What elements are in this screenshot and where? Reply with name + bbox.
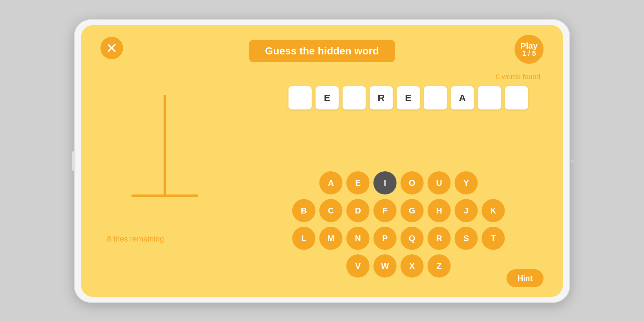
key-z[interactable]: Z	[428, 254, 451, 278]
word-tile-5	[424, 86, 447, 109]
key-o[interactable]: O	[401, 171, 424, 194]
key-b[interactable]: B	[292, 199, 316, 222]
key-x[interactable]: X	[401, 254, 424, 278]
key-k[interactable]: K	[482, 199, 505, 222]
word-tile-0	[289, 86, 312, 109]
words-found: 0 words found	[496, 73, 540, 81]
key-j[interactable]: J	[455, 199, 478, 222]
word-tile-7	[478, 86, 501, 109]
keyboard-area: AEIOUYBCDFGHJKLMNPQRSTVWXZ	[292, 171, 505, 278]
key-s[interactable]: S	[455, 227, 478, 250]
key-r[interactable]: R	[428, 227, 451, 250]
home-indicator	[571, 160, 574, 162]
word-tile-6: A	[451, 86, 474, 109]
title-text: Guess the hidden word	[265, 45, 379, 57]
key-l[interactable]: L	[292, 227, 316, 250]
key-d[interactable]: D	[346, 199, 370, 222]
title-banner: Guess the hidden word	[249, 40, 395, 62]
word-tile-4: E	[397, 86, 420, 109]
word-tile-2	[343, 86, 366, 109]
keyboard-row2: BCDFGHJK	[292, 199, 505, 222]
key-g[interactable]: G	[401, 199, 424, 222]
tablet-screen: Guess the hidden word Play 1 / 5 0 words…	[81, 25, 563, 297]
keyboard-row3: LMNPQRST	[292, 227, 505, 250]
key-f[interactable]: F	[374, 199, 397, 222]
key-v[interactable]: V	[346, 254, 370, 278]
key-q[interactable]: Q	[401, 227, 424, 250]
keyboard-row1: AEIOUY	[292, 171, 505, 194]
hangman-area	[113, 90, 236, 225]
word-tile-1: E	[316, 86, 339, 109]
close-button[interactable]	[100, 37, 123, 59]
key-m[interactable]: M	[319, 227, 343, 250]
word-tile-8	[505, 86, 528, 109]
key-n[interactable]: N	[346, 227, 370, 250]
key-u[interactable]: U	[428, 171, 451, 194]
play-count: 1 / 5	[522, 50, 536, 57]
word-tiles-container: EREA	[289, 86, 528, 109]
key-a[interactable]: A	[319, 171, 343, 194]
hint-button[interactable]: Hint	[507, 269, 544, 287]
key-w[interactable]: W	[374, 254, 397, 278]
key-y[interactable]: Y	[455, 171, 478, 194]
key-t[interactable]: T	[482, 227, 505, 250]
key-p[interactable]: P	[374, 227, 397, 250]
keyboard-row4: VWXZ	[292, 254, 505, 278]
key-c[interactable]: C	[319, 199, 343, 222]
tablet-frame: Guess the hidden word Play 1 / 5 0 words…	[74, 19, 570, 303]
key-e[interactable]: E	[346, 171, 370, 194]
word-tile-3: R	[370, 86, 393, 109]
key-i[interactable]: I	[374, 171, 397, 194]
key-h[interactable]: H	[428, 199, 451, 222]
play-label: Play	[520, 42, 538, 50]
tries-remaining: 8 tries remaining	[107, 234, 164, 243]
play-badge: Play 1 / 5	[515, 35, 544, 64]
